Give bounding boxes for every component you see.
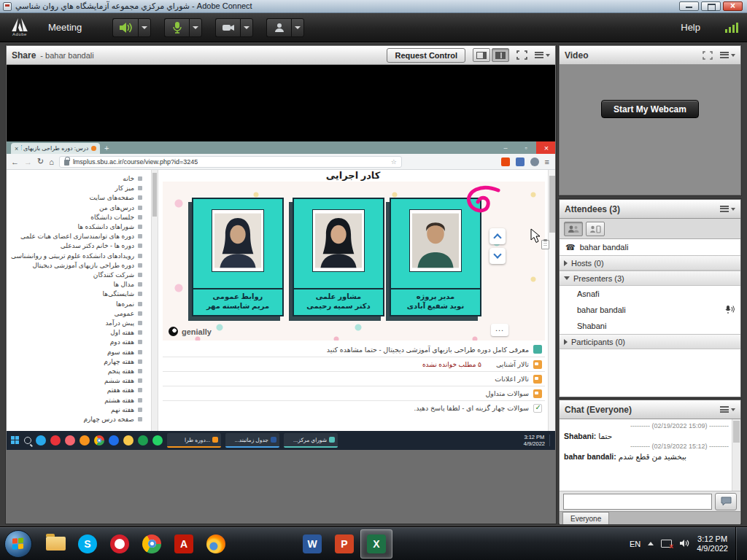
close-button[interactable]	[723, 1, 743, 11]
activity-link[interactable]: تالار آشنایی	[496, 360, 529, 368]
lms-sidebar-item[interactable]: جلسات دانشگاه	[9, 213, 142, 222]
lms-sidebar-item[interactable]: دوره طراحی بازیهای آموزشی دیجیتال	[9, 261, 142, 271]
skype-icon[interactable]	[71, 529, 104, 559]
browser-menu-icon[interactable]: ≡	[545, 158, 549, 166]
lms-sidebar-item[interactable]: هفته ششم	[9, 376, 142, 386]
extension-blue-icon[interactable]	[516, 158, 525, 166]
request-control-button[interactable]: Request Control	[387, 48, 465, 63]
activity-link[interactable]: سوالات متداول	[485, 389, 529, 397]
lms-sidebar-item[interactable]: هفته چهارم	[9, 357, 142, 367]
lms-sidebar-item[interactable]: مدال ها	[9, 280, 142, 289]
start-webcam-button[interactable]: Start My Webcam	[601, 100, 699, 118]
speaker-dropdown[interactable]	[138, 18, 151, 37]
hosts-group-row[interactable]: Hosts (0)	[560, 255, 740, 271]
share-fullscreen-button[interactable]	[516, 50, 527, 60]
breakout-view-button[interactable]	[586, 222, 605, 236]
participants-group-row[interactable]: Participants (0)	[560, 334, 740, 349]
start-button[interactable]	[4, 530, 32, 558]
edge-icon[interactable]	[264, 529, 296, 559]
status-button[interactable]	[266, 18, 291, 37]
speaker-button[interactable]	[112, 18, 138, 37]
slide-down-button[interactable]	[489, 248, 506, 264]
lms-sidebar-item[interactable]: صفحه‌های سایت	[9, 193, 142, 203]
lms-sidebar-item[interactable]: هفته پنجم	[9, 367, 142, 376]
chat-input[interactable]	[563, 494, 712, 510]
bookmark-star-icon[interactable]: ☆	[391, 158, 397, 166]
browser-maximize-button[interactable]	[516, 141, 536, 154]
network-disconnected-icon[interactable]	[661, 540, 672, 548]
forward-icon[interactable]: →	[24, 158, 32, 166]
taskbar-clock[interactable]: 3:12 PM 4/9/2022	[697, 534, 728, 553]
volume-icon[interactable]	[679, 537, 689, 551]
lms-sidebar-item[interactable]: شرکت کنندگان	[9, 271, 142, 280]
lms-sidebar-item[interactable]: هفته هفتم	[9, 386, 142, 395]
lms-sidebar-item[interactable]: خانه	[9, 174, 142, 184]
minimize-button[interactable]	[679, 1, 699, 11]
edge-icon[interactable]	[109, 435, 119, 446]
telegram-icon[interactable]	[36, 435, 46, 446]
file-explorer-icon[interactable]	[39, 529, 71, 559]
acrobat-icon[interactable]	[168, 529, 200, 559]
presenters-group-row[interactable]: Presenters (3)	[560, 271, 740, 286]
genially-logo[interactable]: genially	[169, 327, 212, 336]
lms-sidebar-item[interactable]: هفته دوم	[9, 338, 142, 347]
lms-sidebar-item[interactable]: نمره‌ها	[9, 300, 142, 309]
tab-close-icon[interactable]: ×	[15, 145, 18, 152]
microphone-dropdown[interactable]	[189, 18, 202, 37]
powerpoint-icon[interactable]	[328, 529, 360, 559]
orange-app-icon[interactable]	[80, 435, 90, 446]
opera-icon[interactable]	[104, 529, 136, 559]
attendee-row[interactable]: Asnafi	[560, 286, 740, 302]
pink-app-icon[interactable]	[65, 435, 75, 446]
chrome-icon[interactable]	[136, 529, 168, 559]
chat-scrollbar[interactable]	[732, 419, 740, 491]
opera-icon[interactable]	[50, 435, 61, 446]
browser-close-button[interactable]	[536, 141, 555, 154]
whatsapp-icon[interactable]	[152, 435, 163, 446]
lms-sidebar-item[interactable]: دوره ها - خانم دکتر سدعلی	[9, 241, 142, 251]
internet-explorer-icon[interactable]	[232, 529, 264, 559]
chrome-icon[interactable]	[94, 435, 104, 446]
lms-sidebar-item[interactable]: عمومی	[9, 309, 142, 319]
layout-toggle-split[interactable]	[492, 48, 509, 62]
microphone-button[interactable]	[164, 18, 189, 37]
shared-start-button[interactable]	[11, 436, 20, 445]
browser-tab[interactable]: درس: دوره طراحی بازیهای آموزشی ×	[11, 143, 100, 154]
home-icon[interactable]: ⌂	[49, 158, 54, 166]
back-icon[interactable]: ←	[11, 158, 19, 166]
language-indicator[interactable]: EN	[630, 540, 640, 548]
layout-toggle-single[interactable]	[473, 48, 490, 62]
browser-minimize-button[interactable]	[495, 141, 516, 154]
profile-avatar-icon[interactable]	[530, 158, 539, 166]
phone-attendee-row[interactable]: bahar bandali	[560, 239, 740, 255]
lms-sidebar-item[interactable]: شایستگی‌ها	[9, 289, 142, 299]
activity-link[interactable]: سوالات چهار گزینه ای - لطفا پاسخ دهید.	[414, 404, 529, 412]
webcam-button[interactable]	[215, 18, 240, 37]
page-scrollbar[interactable]	[548, 170, 555, 431]
meeting-menu[interactable]: Meeting	[39, 15, 90, 40]
tray-expand-icon[interactable]	[648, 542, 654, 545]
shared-taskbar-window[interactable]: ...دوره طرا	[167, 433, 221, 448]
excel-icon-active[interactable]	[360, 529, 392, 559]
lms-sidebar-item[interactable]: پیش درآمد	[9, 319, 142, 328]
shared-taskbar-window[interactable]: شوراي مركز...	[284, 433, 338, 448]
chat-pod-menu[interactable]	[720, 406, 735, 413]
shared-taskbar-window[interactable]: جدول زمانبند...	[225, 433, 279, 448]
lms-sidebar-item[interactable]: درس‌های من	[9, 203, 142, 213]
video-pod-menu[interactable]	[720, 52, 735, 58]
lms-sidebar-item[interactable]: میز کار	[9, 184, 142, 193]
lms-sidebar-item[interactable]: شوراهای دانشکده ها	[9, 222, 142, 232]
sidebar-scrollbar[interactable]	[151, 170, 158, 431]
shared-show-desktop[interactable]	[549, 435, 552, 446]
shared-clock[interactable]: 3:12 PM 4/9/2022	[524, 434, 545, 447]
chat-send-button[interactable]	[715, 493, 737, 510]
extension-red-icon[interactable]	[501, 158, 510, 166]
status-dropdown[interactable]	[291, 18, 304, 37]
attendee-row[interactable]: Shabani	[560, 318, 740, 334]
excel-icon[interactable]	[138, 435, 148, 446]
folder-icon[interactable]	[123, 435, 133, 446]
lms-sidebar-item[interactable]: هفته هشتم	[9, 396, 142, 405]
firefox-icon[interactable]	[200, 529, 232, 559]
help-menu[interactable]: Help	[672, 15, 709, 40]
lms-sidebar-item[interactable]: هفته سوم	[9, 348, 142, 357]
